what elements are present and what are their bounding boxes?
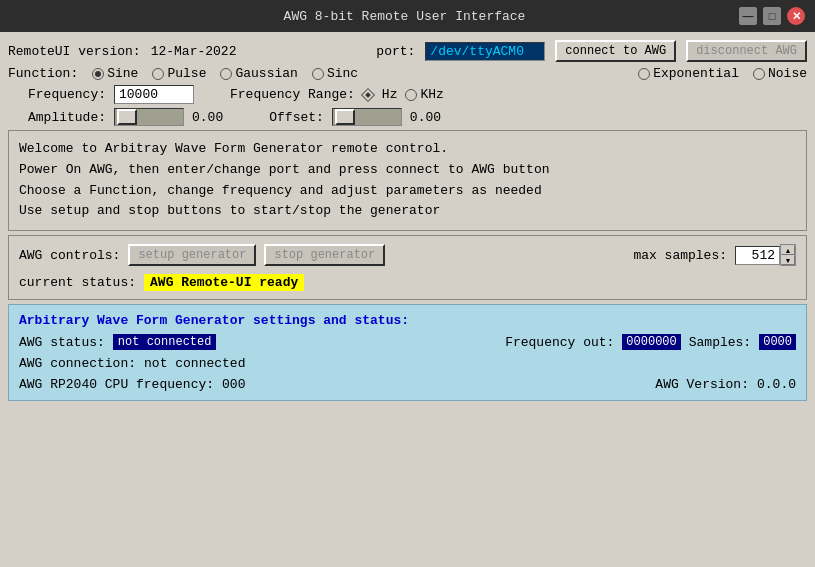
awg-cpu-value: 000 (222, 377, 245, 392)
radio-exponential-label: Exponential (653, 66, 739, 81)
radio-hz-circle (361, 87, 375, 101)
radio-exponential[interactable]: Exponential (638, 66, 739, 81)
radio-gaussian[interactable]: Gaussian (220, 66, 297, 81)
awg-cpu-label: AWG RP2040 CPU frequency: (19, 377, 214, 392)
awg-status-badge: not connected (113, 334, 217, 350)
close-button[interactable]: ✕ (787, 7, 805, 25)
samples-value: 0000 (759, 334, 796, 350)
welcome-line-1: Welcome to Arbitray Wave Form Generator … (19, 139, 796, 160)
amplitude-label: Amplitude: (28, 110, 106, 125)
window-title: AWG 8-bit Remote User Interface (70, 9, 739, 24)
status-row: current status: AWG Remote-UI ready (19, 274, 796, 291)
radio-pulse-label: Pulse (167, 66, 206, 81)
awg-status-row1: AWG status: not connected Frequency out:… (19, 334, 796, 350)
disconnect-button[interactable]: disconnect AWG (686, 40, 807, 62)
awg-status-label: AWG status: (19, 335, 105, 350)
maximize-button[interactable]: □ (763, 7, 781, 25)
frequency-input[interactable] (114, 85, 194, 104)
max-samples-label: max samples: (633, 248, 727, 263)
setup-generator-button[interactable]: setup generator (128, 244, 256, 266)
current-status-value: AWG Remote-UI ready (144, 274, 304, 291)
version-value: 12-Mar-2022 (151, 44, 237, 59)
awg-connection-label: AWG connection: (19, 356, 136, 371)
version-label: RemoteUI version: (8, 44, 141, 59)
frequency-label: Frequency: (28, 87, 106, 102)
connect-button[interactable]: connect to AWG (555, 40, 676, 62)
welcome-line-3: Choose a Function, change frequency and … (19, 181, 796, 202)
welcome-line-4: Use setup and stop buttons to start/stop… (19, 201, 796, 222)
awg-connection-value: not connected (144, 356, 245, 371)
radio-noise-circle (753, 68, 765, 80)
radio-hz[interactable]: Hz (363, 87, 398, 102)
amplitude-value: 0.00 (192, 110, 223, 125)
offset-slider-thumb[interactable] (335, 109, 355, 125)
radio-khz-circle (405, 89, 417, 101)
stop-generator-button[interactable]: stop generator (264, 244, 385, 266)
radio-gaussian-label: Gaussian (235, 66, 297, 81)
offset-value: 0.00 (410, 110, 441, 125)
spinbox-up-button[interactable]: ▲ (781, 245, 795, 255)
awg-version-value: 0.0.0 (757, 377, 796, 392)
radio-pulse-circle (152, 68, 164, 80)
amplitude-slider-thumb[interactable] (117, 109, 137, 125)
spinbox-down-button[interactable]: ▼ (781, 255, 795, 265)
minimize-button[interactable]: — (739, 7, 757, 25)
awg-controls-label: AWG controls: (19, 248, 120, 263)
port-label: port: (376, 44, 415, 59)
header-row: RemoteUI version: 12-Mar-2022 port: conn… (8, 40, 807, 62)
radio-sine-label: Sine (107, 66, 138, 81)
samples-label: Samples: (689, 335, 751, 350)
window-controls: — □ ✕ (739, 7, 805, 25)
welcome-box: Welcome to Arbitray Wave Form Generator … (8, 130, 807, 231)
controls-box: AWG controls: setup generator stop gener… (8, 235, 807, 300)
port-input[interactable] (425, 42, 545, 61)
radio-khz[interactable]: KHz (405, 87, 443, 102)
title-bar: AWG 8-bit Remote User Interface — □ ✕ (0, 0, 815, 32)
awg-version-label: AWG Version: (655, 377, 749, 392)
radio-sinc-label: Sinc (327, 66, 358, 81)
welcome-line-2: Power On AWG, then enter/change port and… (19, 160, 796, 181)
function-label: Function: (8, 66, 78, 81)
radio-exponential-circle (638, 68, 650, 80)
awg-connection-row: AWG connection: not connected (19, 356, 796, 371)
spinbox-buttons: ▲ ▼ (780, 244, 796, 266)
amplitude-row: Amplitude: 0.00 Offset: 0.00 (8, 108, 807, 126)
radio-gaussian-circle (220, 68, 232, 80)
main-window: RemoteUI version: 12-Mar-2022 port: conn… (0, 32, 815, 567)
max-samples-input[interactable] (735, 246, 780, 265)
awg-cpu-row: AWG RP2040 CPU frequency: 000 AWG Versio… (19, 377, 796, 392)
awg-status-title: Arbitrary Wave Form Generator settings a… (19, 313, 796, 328)
offset-slider[interactable] (332, 108, 402, 126)
frequency-row: Frequency: Frequency Range: Hz KHz (8, 85, 807, 104)
radio-sine-circle (92, 68, 104, 80)
awg-status-box: Arbitrary Wave Form Generator settings a… (8, 304, 807, 401)
amplitude-slider[interactable] (114, 108, 184, 126)
radio-pulse[interactable]: Pulse (152, 66, 206, 81)
radio-sinc[interactable]: Sinc (312, 66, 358, 81)
radio-khz-label: KHz (420, 87, 443, 102)
radio-hz-label: Hz (382, 87, 398, 102)
radio-sinc-circle (312, 68, 324, 80)
radio-sine[interactable]: Sine (92, 66, 138, 81)
freq-range-label: Frequency Range: (230, 87, 355, 102)
offset-label: Offset: (269, 110, 324, 125)
function-row: Function: Sine Pulse Gaussian Sinc Expon… (8, 66, 807, 81)
freq-out-label: Frequency out: (505, 335, 614, 350)
freq-out-value: 0000000 (622, 334, 680, 350)
current-status-label: current status: (19, 275, 136, 290)
max-samples-spinbox[interactable]: ▲ ▼ (735, 244, 796, 266)
radio-noise[interactable]: Noise (753, 66, 807, 81)
radio-noise-label: Noise (768, 66, 807, 81)
awg-controls-row: AWG controls: setup generator stop gener… (19, 244, 796, 266)
